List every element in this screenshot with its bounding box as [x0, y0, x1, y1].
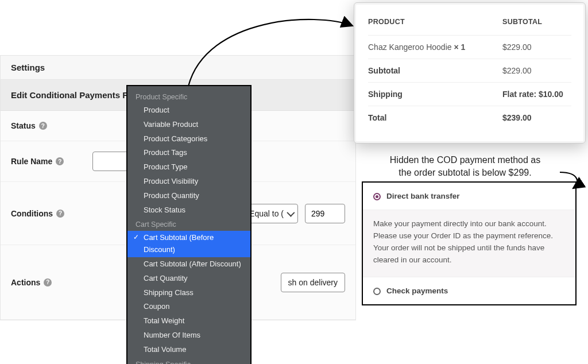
dropdown-item[interactable]: Shipping Class	[127, 286, 250, 300]
item-qty: × 1	[454, 42, 465, 52]
dropdown-item[interactable]: Product Categories	[127, 132, 250, 146]
dropdown-item[interactable]: Number Of Items	[127, 328, 250, 343]
checkout-header: PRODUCT SUBTOTAL	[368, 18, 571, 35]
item-name-text: Chaz Kangeroo Hoodie	[368, 42, 454, 52]
label-actions-text: Actions	[11, 278, 40, 287]
payment-option-label: Direct bank transfer	[386, 192, 460, 200]
dropdown-item[interactable]: Total Volume	[127, 343, 250, 357]
payment-option-check[interactable]: Check payments	[363, 277, 575, 304]
label-status: Status ?	[11, 121, 86, 130]
dropdown-item[interactable]: Total Weight	[127, 314, 250, 328]
annotation-line1: Hidden the COD payment method as	[390, 155, 540, 165]
payment-option-description: Make your payment directly into our bank…	[363, 210, 575, 277]
label-conditions-text: Conditions	[11, 209, 53, 218]
total-label: Total	[368, 113, 502, 122]
line-item-price: $229.00	[502, 42, 571, 52]
help-icon[interactable]: ?	[39, 122, 47, 130]
annotation-note: Hidden the COD payment method as the ord…	[356, 154, 574, 179]
payment-methods-box: Direct bank transfer Make your payment d…	[362, 181, 577, 305]
payment-option-bank-transfer[interactable]: Direct bank transfer	[363, 183, 575, 210]
dropdown-group-label: Product Specific	[127, 90, 250, 103]
help-icon[interactable]: ?	[56, 210, 64, 218]
subtotal-value: $229.00	[502, 66, 571, 75]
page-title: Settings	[1, 56, 355, 80]
label-actions: Actions ?	[11, 278, 86, 287]
dropdown-item[interactable]: Cart Subtotal (Before Discount)	[127, 231, 250, 257]
help-icon[interactable]: ?	[56, 157, 64, 165]
total-value: $239.00	[502, 113, 571, 122]
line-item-name: Chaz Kangeroo Hoodie × 1	[368, 42, 502, 52]
dropdown-item[interactable]: Product	[127, 103, 250, 118]
dropdown-item[interactable]: Product Type	[127, 160, 250, 175]
checkout-subtotal-row: Subtotal $229.00	[368, 59, 571, 82]
dropdown-item[interactable]: Stock Status	[127, 203, 250, 218]
label-rule-name-text: Rule Name	[11, 157, 52, 166]
checkout-summary-card: PRODUCT SUBTOTAL Chaz Kangeroo Hoodie × …	[354, 2, 586, 144]
label-rule-name: Rule Name ?	[11, 157, 86, 166]
condition-value-input[interactable]	[305, 204, 345, 223]
checkout-shipping-row: Shipping Flat rate: $10.00	[368, 82, 571, 106]
dropdown-item[interactable]: Product Tags	[127, 146, 250, 160]
col-subtotal: SUBTOTAL	[502, 18, 571, 26]
action-method-text: sh on delivery	[288, 278, 338, 287]
subtotal-label: Subtotal	[368, 66, 502, 75]
dropdown-group-label: Cart Specific	[127, 217, 250, 231]
col-product: PRODUCT	[368, 18, 502, 26]
dropdown-item[interactable]: Cart Quantity	[127, 272, 250, 286]
label-conditions: Conditions ?	[11, 209, 86, 218]
payment-option-label: Check payments	[386, 286, 448, 295]
dropdown-item[interactable]: Cart Subtotal (After Discount)	[127, 257, 250, 272]
shipping-value: Flat rate: $10.00	[502, 90, 571, 99]
checkout-line-item: Chaz Kangeroo Hoodie × 1 $229.00	[368, 35, 571, 59]
shipping-label: Shipping	[368, 90, 502, 99]
checkout-total-row: Total $239.00	[368, 106, 571, 129]
dropdown-item[interactable]: Product Quantity	[127, 189, 250, 203]
action-method-select[interactable]: sh on delivery	[281, 273, 345, 292]
condition-field-dropdown[interactable]: Product SpecificProductVariable ProductP…	[126, 85, 252, 364]
radio-icon[interactable]	[373, 288, 381, 295]
dropdown-group-label: Shipping Specific	[127, 357, 250, 364]
help-icon[interactable]: ?	[44, 278, 52, 286]
dropdown-item[interactable]: Variable Product	[127, 118, 250, 132]
label-status-text: Status	[11, 121, 36, 130]
dropdown-item[interactable]: Product Visibility	[127, 175, 250, 189]
dropdown-item[interactable]: Coupon	[127, 300, 250, 314]
radio-icon[interactable]	[373, 193, 381, 200]
annotation-line2: the order subtotal is below $299.	[399, 168, 531, 177]
chevron-down-icon	[287, 208, 295, 216]
